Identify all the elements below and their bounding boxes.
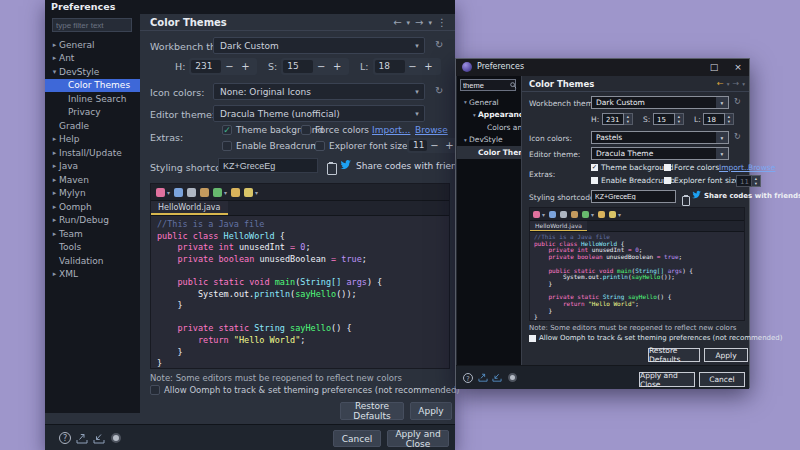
apply-and-close-button[interactable]: Apply and Close bbox=[387, 430, 449, 447]
back-icon[interactable]: ← bbox=[393, 17, 401, 28]
theme-background-checkbox[interactable]: ✓ bbox=[222, 125, 232, 135]
oomph-icon[interactable] bbox=[111, 433, 121, 443]
sidebar-item-gradle[interactable]: Gradle bbox=[45, 119, 140, 133]
twistie-collapsed-icon[interactable]: ▸ bbox=[50, 41, 59, 49]
twitter-icon[interactable] bbox=[692, 190, 701, 199]
saturation-value[interactable]: 15 bbox=[653, 113, 675, 125]
restore-defaults-button[interactable]: Restore Defaults bbox=[340, 402, 404, 420]
sidebar-item-appearance[interactable]: ▾Appearance bbox=[457, 109, 521, 122]
sidebar-item-ant[interactable]: ▸Ant bbox=[45, 52, 140, 66]
export-preferences-icon[interactable] bbox=[76, 433, 88, 444]
twitter-icon[interactable] bbox=[340, 159, 351, 170]
import-link[interactable]: Import... bbox=[372, 125, 410, 135]
help-icon[interactable]: ? bbox=[59, 432, 71, 444]
twistie-collapsed-icon[interactable]: ▸ bbox=[50, 149, 59, 157]
chevron-down-icon[interactable]: ▾ bbox=[224, 189, 227, 196]
run-icon[interactable]: ▾ bbox=[582, 211, 594, 218]
print-icon[interactable] bbox=[571, 211, 578, 218]
workbench-theme-dropdown[interactable]: Dark Custom ▾ bbox=[591, 96, 729, 109]
force-colors-checkbox[interactable] bbox=[301, 125, 311, 135]
apply-button[interactable]: Apply bbox=[410, 402, 452, 420]
lightness-minus-button[interactable]: − bbox=[405, 61, 421, 72]
twistie-expanded-icon[interactable]: ▾ bbox=[462, 137, 469, 143]
sidebar-item-java[interactable]: ▸Java bbox=[45, 160, 140, 174]
maximize-icon[interactable]: □ bbox=[703, 59, 725, 76]
print-icon[interactable] bbox=[200, 188, 209, 197]
cancel-button[interactable]: Cancel bbox=[699, 372, 745, 387]
copy-clipboard-icon[interactable] bbox=[682, 196, 690, 206]
forward-menu-icon[interactable]: ▾ bbox=[742, 81, 745, 87]
spin-down-icon[interactable]: ▾ bbox=[624, 119, 632, 124]
lightness-value[interactable]: 18 bbox=[375, 60, 405, 73]
editor-theme-dropdown[interactable]: Dracula Theme ▾ bbox=[591, 147, 729, 160]
twistie-collapsed-icon[interactable]: ▸ bbox=[50, 189, 59, 197]
lightness-plus-button[interactable]: + bbox=[421, 61, 437, 72]
refresh-icon-colors-icon[interactable]: ↻ bbox=[435, 85, 443, 96]
oomph-tracking-checkbox[interactable] bbox=[150, 385, 160, 395]
close-icon[interactable]: × bbox=[727, 59, 749, 76]
sidebar-item-help[interactable]: ▸Help bbox=[45, 133, 140, 147]
import-preferences-icon[interactable] bbox=[492, 373, 502, 382]
twistie-collapsed-icon[interactable]: ▸ bbox=[50, 162, 59, 170]
open-folder-icon[interactable] bbox=[598, 211, 605, 218]
saturation-plus-button[interactable]: + bbox=[329, 61, 345, 72]
refresh-icon-colors-icon[interactable]: ↻ bbox=[734, 132, 741, 141]
save-icon[interactable] bbox=[174, 188, 183, 197]
sidebar-item-inline-search[interactable]: Inline Search bbox=[45, 92, 140, 106]
spin-down-icon[interactable]: ▾ bbox=[752, 181, 760, 186]
sidebar-item-general[interactable]: ▸General bbox=[45, 38, 140, 52]
twistie-collapsed-icon[interactable]: ▸ bbox=[50, 216, 59, 224]
copy-clipboard-icon[interactable] bbox=[327, 163, 337, 175]
twistie-collapsed-icon[interactable]: ▸ bbox=[50, 176, 59, 184]
open-folder-icon[interactable] bbox=[231, 188, 240, 197]
workbench-theme-dropdown[interactable]: Dark Custom ▾ bbox=[213, 37, 425, 54]
refresh-theme-icon[interactable]: ↻ bbox=[734, 97, 741, 106]
shortcode-input[interactable] bbox=[591, 190, 676, 203]
chevron-down-icon[interactable]: ▾ bbox=[542, 211, 545, 218]
lightness-value[interactable]: 18 bbox=[703, 113, 725, 125]
sidebar-item-tools[interactable]: Tools bbox=[45, 241, 140, 255]
help-icon[interactable]: ? bbox=[463, 373, 473, 383]
twistie-expanded-icon[interactable]: ▾ bbox=[471, 112, 478, 118]
shortcode-input[interactable] bbox=[218, 158, 318, 173]
sidebar-item-team[interactable]: ▸Team bbox=[45, 227, 140, 241]
forward-icon[interactable]: → bbox=[733, 79, 740, 88]
apply-and-close-button[interactable]: Apply and Close bbox=[639, 372, 695, 387]
icon-colors-dropdown[interactable]: None: Original Icons ▾ bbox=[213, 83, 425, 100]
force-colors-checkbox[interactable] bbox=[664, 164, 671, 171]
restore-defaults-button[interactable]: Restore Defaults bbox=[648, 348, 700, 362]
editor-tab[interactable]: HelloWorld.java bbox=[151, 201, 228, 215]
refresh-theme-icon[interactable]: ↻ bbox=[435, 39, 443, 50]
hue-plus-button[interactable]: + bbox=[237, 61, 253, 72]
explorer-font-size-checkbox[interactable] bbox=[664, 177, 671, 184]
explorer-font-size-checkbox[interactable] bbox=[315, 141, 325, 151]
sidebar-item-color-themes[interactable]: Color Themes bbox=[457, 146, 521, 159]
browse-link[interactable]: Browse bbox=[748, 163, 775, 172]
twistie-expanded-icon[interactable]: ▾ bbox=[462, 99, 469, 105]
browse-link[interactable]: Browse bbox=[415, 125, 448, 135]
chevron-down-icon[interactable]: ▾ bbox=[618, 211, 621, 218]
forward-icon[interactable]: → bbox=[415, 17, 423, 28]
view-menu-icon[interactable]: ⋮ bbox=[437, 17, 447, 28]
twistie-collapsed-icon[interactable]: ▸ bbox=[50, 230, 59, 238]
oomph-tracking-checkbox[interactable] bbox=[529, 335, 536, 342]
sidebar-item-xml[interactable]: ▸XML bbox=[45, 268, 140, 282]
chevron-down-icon[interactable]: ▾ bbox=[167, 189, 170, 196]
run-icon[interactable]: ▾ bbox=[213, 188, 227, 197]
sidebar-item-color-themes[interactable]: Color Themes bbox=[45, 79, 140, 93]
explorer-font-size-value[interactable]: 11 bbox=[409, 140, 427, 151]
save-icon[interactable] bbox=[549, 211, 556, 218]
save-all-icon[interactable] bbox=[187, 188, 196, 197]
spin-down-icon[interactable]: ▾ bbox=[725, 119, 733, 124]
sidebar-item-colors-and[interactable]: Colors and bbox=[457, 121, 521, 134]
editor-theme-dropdown[interactable]: Dracula Theme (unofficial) ▾ bbox=[213, 105, 425, 122]
sidebar-item-general[interactable]: ▾General bbox=[457, 96, 521, 109]
enable-breadcrumb-checkbox[interactable] bbox=[222, 141, 232, 151]
forward-menu-icon[interactable]: ▾ bbox=[428, 19, 432, 27]
cancel-button[interactable]: Cancel bbox=[333, 430, 381, 447]
explorer-font-size-value[interactable]: 11 bbox=[736, 175, 752, 187]
twistie-collapsed-icon[interactable]: ▸ bbox=[50, 270, 59, 278]
chevron-down-icon[interactable]: ▾ bbox=[255, 189, 258, 196]
paint-icon[interactable]: ▾ bbox=[244, 188, 258, 197]
import-link[interactable]: Import... bbox=[719, 163, 751, 172]
